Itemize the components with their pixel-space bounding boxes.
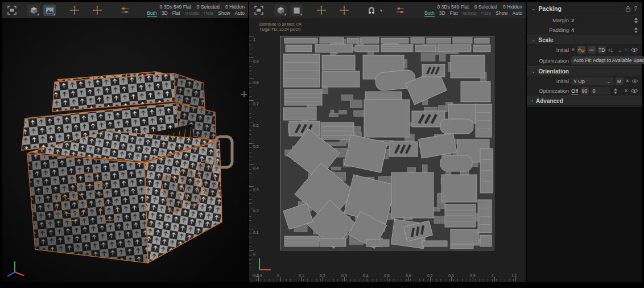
autofit-button[interactable]: Auto Fit: Adapt to Available Space	[571, 56, 644, 64]
eye-icon[interactable]	[631, 79, 638, 84]
orientation-m-button[interactable]: M	[616, 77, 624, 85]
mode-both-button[interactable]: Both	[147, 10, 157, 17]
chevron-down-icon[interactable]: ⌄	[618, 47, 622, 53]
ruler-label: 0.1	[253, 231, 259, 234]
3d-model-crate	[2, 18, 248, 282]
padding-value[interactable]: 4	[571, 27, 574, 33]
pane-resize-handle[interactable]	[241, 91, 247, 97]
isolate-button[interactable]: Isolate	[463, 10, 477, 17]
panel-title: Packing	[539, 5, 562, 12]
viewport-3d-canvas[interactable]	[2, 18, 248, 282]
mode-flat-button[interactable]: Flat	[450, 10, 458, 17]
dash-dot-icon	[588, 48, 595, 52]
focus-selection-button[interactable]	[91, 5, 104, 16]
fit-view-button[interactable]	[6, 5, 18, 16]
orientation-section-header[interactable]: ⌄ Orientation	[527, 66, 642, 76]
chevron-down-icon: ⌄	[606, 79, 611, 84]
viewport-uv-toolbar: ▾ 0 3Ds 549 Flat 0 Selected 0 Hidden Bot…	[249, 2, 526, 18]
scale-td-button[interactable]: TD	[598, 46, 606, 54]
uv-overlay-line2: Target TD: 10.24 px/cm	[259, 27, 302, 32]
snap-magnet-button[interactable]	[365, 5, 378, 16]
ruler-label: 0.7	[427, 274, 433, 278]
scale-keep-3d-button[interactable]	[577, 46, 585, 54]
magnet-icon	[367, 6, 376, 15]
ruler-label: 1	[253, 38, 255, 42]
uv-focus-button[interactable]	[315, 5, 328, 16]
uv-axis-gizmo	[254, 253, 276, 275]
mode-flat-button[interactable]: Flat	[172, 10, 180, 17]
scale-clear-button[interactable]: ✕	[624, 47, 628, 52]
orientation-initial-value: Y Up	[573, 79, 585, 84]
show-button[interactable]: Show	[496, 10, 507, 17]
isolate-button[interactable]: Isolate	[185, 10, 199, 17]
scale-title: Scale	[539, 37, 554, 43]
lock-icon[interactable]	[625, 6, 631, 12]
ruler-label: 0.1	[299, 274, 304, 278]
orientation-angle-field[interactable]: 0	[591, 87, 610, 94]
ruler-label: 0.6	[253, 124, 259, 127]
ruler-label: 0.4	[363, 274, 369, 278]
stats-selected: 0 Selected	[197, 4, 220, 10]
orientation-angle-value: 0	[593, 88, 596, 94]
orientation-title: Orientation	[539, 68, 569, 75]
orientation-initial-dropdown[interactable]: Y Up ⌄	[571, 77, 613, 85]
sliders-icon	[120, 6, 130, 15]
viewport-3d-pane: 0 3Ds 549 Flat 0 Selected 0 Hidden Both …	[2, 2, 248, 282]
uv-fit-view-button[interactable]	[253, 5, 265, 16]
margin-value[interactable]: 2	[571, 17, 574, 23]
orientation-90-button[interactable]: 90	[581, 87, 589, 94]
eye-icon[interactable]	[630, 88, 638, 93]
viewport-uv-canvas[interactable]: Distribute to all tiles: OK Target TD: 1…	[249, 18, 526, 282]
uv-tile-0-1[interactable]	[280, 36, 494, 250]
geometry-mode-button[interactable]	[27, 5, 40, 16]
dropdown-corner-icon	[53, 13, 55, 15]
viewport-3d-toolbar: 0 3Ds 549 Flat 0 Selected 0 Hidden Both …	[2, 2, 248, 18]
focus-3d-button[interactable]	[68, 5, 81, 16]
expand-icon: ›	[531, 98, 533, 104]
margin-label: Margin	[527, 17, 569, 23]
advanced-section-header[interactable]: › Advanced	[527, 96, 642, 106]
scale-average-button[interactable]	[588, 46, 596, 54]
scale-none-button[interactable]: ✕	[571, 47, 575, 52]
uv-info-overlay: Distribute to all tiles: OK Target TD: 1…	[259, 22, 302, 32]
orientation-clear-button[interactable]: ✕	[626, 79, 630, 84]
scale-x1-label[interactable]: x1	[608, 47, 613, 53]
orientation-off-button[interactable]: Off	[571, 88, 579, 94]
hide-button[interactable]: Hide	[481, 10, 491, 17]
eye-icon[interactable]	[630, 47, 638, 52]
ruler-label: 0.8	[253, 80, 259, 84]
auto-button[interactable]: Auto	[235, 10, 245, 17]
packing-header[interactable]: ⌄ Packing ?	[527, 2, 642, 15]
viewport-3d-stats: 0 3Ds 549 Flat 0 Selected 0 Hidden Both …	[147, 4, 245, 17]
texture-display-button[interactable]	[43, 5, 56, 16]
padding-spinner[interactable]	[633, 27, 638, 34]
uv-tile-mode-button[interactable]	[290, 5, 303, 16]
uv-display-settings-button[interactable]	[394, 5, 406, 16]
help-icon[interactable]: ?	[634, 6, 637, 12]
show-button[interactable]: Show	[218, 10, 230, 17]
mode-3d-button[interactable]: 3D	[439, 10, 445, 17]
uv-geometry-mode-button[interactable]	[274, 5, 287, 16]
mode-both-button[interactable]: Both	[424, 10, 435, 17]
uv-ruler-horizontal-major	[258, 277, 517, 281]
mode-3d-button[interactable]: 3D	[162, 10, 168, 17]
packing-card: ⌄ Packing ? Margin 2 Padding 4 ⌄	[527, 2, 642, 107]
auto-button[interactable]: Auto	[513, 10, 523, 17]
orientation-angle-spinner[interactable]	[613, 88, 618, 94]
scale-optimization-label: Optimization	[527, 57, 569, 64]
display-settings-button[interactable]	[118, 5, 131, 16]
magnet-dropdown-caret-icon[interactable]: ▾	[380, 8, 382, 13]
uv-ruler-vertical-major	[249, 36, 254, 272]
dropdown-corner-icon	[37, 13, 39, 15]
uv-focus-selection-button[interactable]	[338, 5, 350, 16]
orientation-optimization-label: Optimization	[527, 88, 569, 94]
hide-button[interactable]: Hide	[204, 10, 213, 17]
fit-view-icon	[7, 6, 16, 15]
focus-selection-crosshair-icon	[339, 5, 349, 15]
collapse-icon[interactable]: ⌄	[531, 6, 536, 11]
margin-spinner[interactable]	[633, 17, 638, 24]
scale-section-header[interactable]: ⌄ Scale	[527, 35, 642, 45]
dropdown-corner-icon	[300, 13, 302, 15]
orientation-opt-clear-button[interactable]: ✕	[624, 88, 628, 93]
focus-selection-crosshair-icon	[92, 5, 102, 15]
